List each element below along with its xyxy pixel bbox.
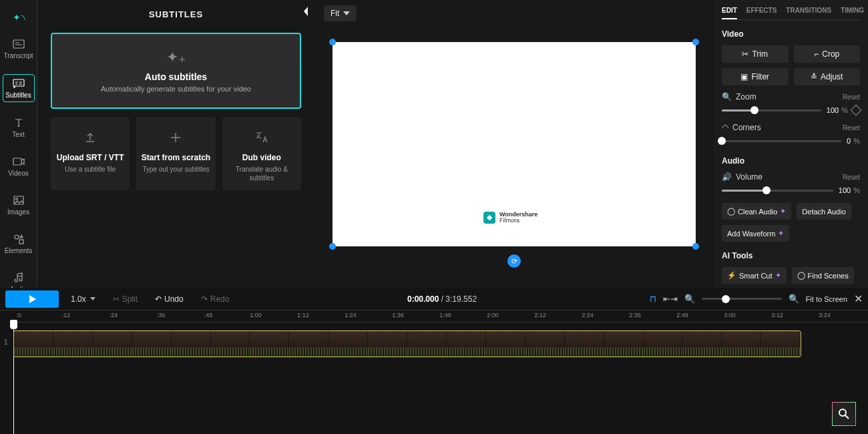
zoom-slider[interactable] xyxy=(722,110,821,112)
sparkle-icon: ✦ xyxy=(780,207,786,216)
trim-icon: ✂ xyxy=(742,49,748,59)
sidebar-item-text[interactable]: Text xyxy=(3,114,35,141)
svg-rect-2 xyxy=(13,158,21,165)
duration: 3:19.552 xyxy=(445,294,477,304)
ruler-tick: 1:24 xyxy=(345,312,357,318)
sidebar-item-images[interactable]: Images xyxy=(3,192,35,218)
clean-audio-button[interactable]: ◯Clean Audio✦ xyxy=(722,203,791,220)
watermark: ◆ Wondershare Filmora xyxy=(483,212,537,224)
snap-icon[interactable]: ⇤⇥ xyxy=(663,294,678,304)
video-clip[interactable] xyxy=(13,331,801,357)
slider-thumb[interactable] xyxy=(718,137,726,145)
video-section-heading: Video xyxy=(722,29,860,39)
tool-sidebar: ✦৲ Transcript Subtitles Text Videos xyxy=(0,0,37,288)
detach-audio-button[interactable]: Detach Audio xyxy=(797,203,851,220)
ruler-tick: 1:48 xyxy=(439,312,451,318)
elements-icon xyxy=(12,233,25,245)
add-waveform-button[interactable]: Add Waveform✦ xyxy=(722,225,789,242)
filter-button[interactable]: ▣Filter xyxy=(722,68,789,85)
zoom-reset[interactable]: Reset xyxy=(843,93,860,101)
ruler-tick: 3:24 xyxy=(819,312,831,318)
adjust-icon: ≛ xyxy=(811,72,817,81)
timeline-zoom-slider[interactable] xyxy=(702,298,782,300)
adjust-button[interactable]: ≛Adjust xyxy=(794,68,861,85)
text-icon xyxy=(12,117,25,129)
collapse-panel-icon[interactable] xyxy=(302,7,309,16)
timeline-ruler[interactable]: :0:12:24:36:481:001:121:241:361:482:002:… xyxy=(13,310,868,322)
sidebar-item-transcript[interactable]: Transcript xyxy=(3,35,35,62)
slider-thumb[interactable] xyxy=(763,186,771,194)
card-desc: Use a subtitle file xyxy=(55,165,126,174)
zoom-label: Zoom xyxy=(736,92,756,101)
undo-button[interactable]: ↶Undo xyxy=(150,292,189,306)
videos-icon xyxy=(12,156,25,168)
tab-edit[interactable]: EDIT xyxy=(722,4,737,19)
ruler-tick: 3:00 xyxy=(724,312,736,318)
video-frame[interactable]: ◆ Wondershare Filmora xyxy=(333,42,696,246)
tab-timing[interactable]: TIMING xyxy=(841,4,864,19)
zoom-out-icon[interactable]: 🔍 xyxy=(684,294,695,304)
ruler-tick: :36 xyxy=(157,312,166,318)
volume-slider[interactable] xyxy=(722,190,833,192)
split-button[interactable]: ✂Split xyxy=(107,292,143,306)
ruler-tick: 2:24 xyxy=(582,312,594,318)
ruler-tick: 1:12 xyxy=(297,312,309,318)
sidebar-item-subtitles[interactable]: Subtitles xyxy=(3,74,35,102)
card-desc: Translate audio & subtitles xyxy=(226,165,297,182)
trim-button[interactable]: ✂Trim xyxy=(722,45,789,63)
redo-button[interactable]: ↷Redo xyxy=(196,292,235,306)
close-timeline-icon[interactable]: ✕ xyxy=(854,292,863,305)
svg-rect-6 xyxy=(19,240,23,244)
dub-video-card[interactable]: Dub video Translate audio & subtitles xyxy=(222,117,301,190)
zoom-in-icon[interactable]: 🔍 xyxy=(789,294,799,304)
sparkle-icon: ✦₊ xyxy=(59,49,293,66)
svg-rect-1 xyxy=(13,79,24,86)
fit-dropdown[interactable]: Fit xyxy=(324,5,357,21)
fit-to-screen-button[interactable]: Fit to Screen xyxy=(806,295,847,303)
watermark-logo-icon: ◆ xyxy=(483,212,495,224)
crop-button[interactable]: ⌐Crop xyxy=(794,45,861,63)
corners-reset[interactable]: Reset xyxy=(843,124,860,132)
timeline-tracks: 1 xyxy=(0,322,868,434)
ruler-tick: :48 xyxy=(204,312,213,318)
resize-handle[interactable] xyxy=(329,243,336,250)
resize-handle[interactable] xyxy=(692,39,699,45)
sidebar-item-videos[interactable]: Videos xyxy=(3,153,35,180)
reload-icon[interactable]: ⟳ xyxy=(507,254,521,268)
resize-handle[interactable] xyxy=(329,39,336,45)
svg-point-5 xyxy=(15,235,19,239)
start-from-scratch-card[interactable]: Start from scratch Type out your subtitl… xyxy=(136,117,215,190)
slider-thumb[interactable] xyxy=(722,295,730,303)
chevron-down-icon xyxy=(90,297,95,300)
volume-label: Volume xyxy=(736,172,763,182)
resize-handle[interactable] xyxy=(692,243,699,250)
sidebar-label: Subtitles xyxy=(5,91,31,99)
find-scenes-button[interactable]: ◯Find Scenes xyxy=(792,267,854,284)
slider-thumb[interactable] xyxy=(750,106,758,114)
play-button[interactable] xyxy=(5,290,59,308)
card-title: Upload SRT / VTT xyxy=(55,153,126,162)
sidebar-label: Elements xyxy=(5,247,33,254)
magnet-icon[interactable]: ⊓ xyxy=(650,294,656,304)
tab-effects[interactable]: EFFECTS xyxy=(746,4,777,19)
ruler-tick: 2:12 xyxy=(534,312,546,318)
smart-cut-button[interactable]: ⚡Smart Cut✦ xyxy=(722,267,787,284)
sidebar-label: Transcript xyxy=(3,52,33,59)
search-fab[interactable] xyxy=(832,402,856,426)
ruler-tick: 2:48 xyxy=(676,312,688,318)
corners-slider[interactable] xyxy=(722,140,841,142)
auto-subtitles-card[interactable]: ✦₊ Auto subtitles Automatically generate… xyxy=(51,33,301,109)
ruler-tick: :12 xyxy=(62,312,71,318)
timeline-panel: 1.0x ✂Split ↶Undo ↷Redo 0:00.000 / 3:19.… xyxy=(0,288,868,434)
upload-srt-card[interactable]: Upload SRT / VTT Use a subtitle file xyxy=(51,117,130,190)
subtitles-icon xyxy=(12,77,25,89)
corners-value: 0 xyxy=(847,137,851,145)
spinner-icon: ◯ xyxy=(727,207,735,216)
keyframe-icon[interactable] xyxy=(851,105,862,116)
fit-label: Fit xyxy=(331,9,339,18)
volume-reset[interactable]: Reset xyxy=(843,174,860,181)
ruler-tick: 2:36 xyxy=(629,312,641,318)
sidebar-item-elements[interactable]: Elements xyxy=(3,230,35,257)
speed-dropdown[interactable]: 1.0x xyxy=(65,292,101,306)
tab-transitions[interactable]: TRANSITIONS xyxy=(786,4,831,19)
